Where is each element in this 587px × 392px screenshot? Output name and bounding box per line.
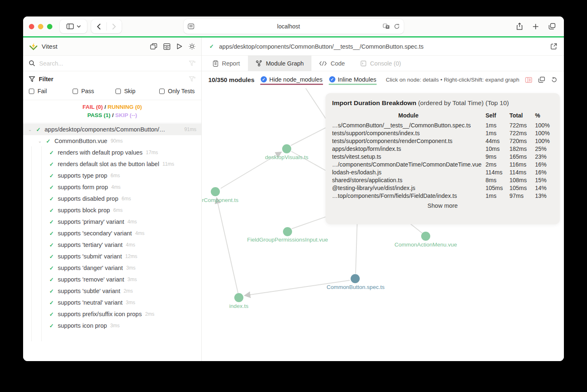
theme-toggle-icon[interactable] [189, 43, 196, 50]
graph-node-commonactionmenu[interactable] [421, 232, 430, 241]
skip-count: SKIP (--) [115, 112, 137, 118]
tree-item-test[interactable]: ✓supports 'primary' variant4ms [23, 216, 201, 228]
tree-item-test[interactable]: ✓supports 'submit' variant12ms [23, 251, 201, 262]
run-summary: FAIL (0) / RUNNING (0) PASS (1) / SKIP (… [23, 100, 201, 123]
test-explorer-sidebar: Vitest [23, 38, 202, 361]
edge [217, 198, 238, 293]
tree-item-test[interactable]: ✓supports 'secondary' variant4ms [23, 228, 201, 239]
checked-checkbox-icon: ✓ [329, 76, 335, 82]
tree-item-test[interactable]: ✓supports 'remove' variant3ms [23, 274, 201, 285]
chevron-down-icon[interactable]: ⌄ [38, 138, 42, 144]
column-total: Total [509, 111, 534, 121]
running-count: RUNNING (0) [108, 104, 142, 110]
tree-item-test[interactable]: ✓renders with default prop values17ms [23, 147, 201, 158]
forward-button[interactable] [107, 23, 122, 30]
checked-checkbox-icon: ✓ [261, 76, 267, 82]
pass-check-icon: ✓ [49, 173, 54, 179]
graph-node-commonbutton-spec[interactable] [351, 274, 360, 283]
module-graph-icon [256, 60, 262, 66]
translate-icon[interactable] [383, 23, 390, 29]
node-details-icon[interactable] [525, 77, 532, 83]
url-text[interactable]: localhost [194, 23, 383, 30]
column-pct: % [534, 111, 553, 121]
filter-skip-checkbox[interactable]: Skip [116, 88, 159, 94]
tree-item-test[interactable]: ✓supports disabled prop6ms [23, 193, 201, 204]
panel-title: Import Duration Breakdown (ordered by To… [332, 99, 553, 107]
pass-check-icon: ✓ [35, 127, 41, 133]
minimize-window-button[interactable] [38, 24, 43, 29]
graph-node-fieldgrouppermissionsinput[interactable] [283, 227, 292, 236]
address-bar[interactable]: localhost [184, 19, 404, 34]
tree-item-test[interactable]: ✓supports 'tertiary' variant4ms [23, 239, 201, 251]
vitest-logo-icon [29, 42, 38, 51]
filter-onlytests-checkbox[interactable]: Only Tests [159, 88, 195, 94]
table-row: lodash-es/lodash.js114ms114ms16% [332, 168, 553, 176]
tree-item-test[interactable]: ✓supports 'subtle' variant2ms [23, 285, 201, 297]
inline-modules-checkbox[interactable]: ✓ Inline Modules [329, 75, 377, 85]
tree-item-suite[interactable]: ⌄ ✓ CommonButton.vue 90ms [23, 135, 201, 147]
node-label: CommonButton.spec.ts [327, 284, 385, 290]
new-tab-icon[interactable] [533, 23, 539, 30]
module-graph-canvas[interactable]: desktopVisuals.ts erComponent.ts FieldGr… [202, 88, 564, 361]
fail-count: FAIL (0) [83, 104, 103, 110]
tree-item-test[interactable]: ✓supports 'neutral' variant3ms [23, 297, 201, 308]
tree-item-test[interactable]: ✓supports 'danger' variant3ms [23, 262, 201, 274]
tab-console[interactable]: Console (0) [353, 56, 409, 71]
tree-item-test[interactable]: ✓supports icon prop3ms [23, 320, 201, 331]
chevron-down-icon [77, 25, 81, 28]
browser-window: localhost [23, 16, 564, 361]
show-more-button[interactable]: Show more [332, 202, 553, 209]
tree-item-test[interactable]: ✓supports type prop6ms [23, 170, 201, 181]
tree-item-spec-file[interactable]: ⌄ ✓ apps/desktop/components/CommonButton… [23, 124, 201, 135]
funnel-icon [29, 76, 35, 82]
view-tabs: Report Module Graph Code [202, 56, 564, 71]
graph-node-rendercomponent[interactable] [211, 187, 220, 196]
sidebar-toggle-button[interactable] [60, 19, 87, 33]
back-button[interactable] [92, 23, 106, 30]
tab-overview-icon[interactable] [549, 23, 556, 30]
chevron-down-icon[interactable]: ⌄ [28, 127, 32, 132]
reload-icon[interactable] [394, 23, 400, 29]
pass-check-icon: ✓ [49, 254, 54, 260]
tab-report[interactable]: Report [205, 56, 248, 71]
graph-node-index[interactable] [234, 293, 243, 302]
reset-graph-icon[interactable] [551, 77, 557, 83]
search-input[interactable] [39, 60, 185, 67]
reset-filter-icon[interactable] [189, 76, 196, 82]
pass-check-icon: ✓ [49, 242, 54, 248]
reader-icon[interactable] [188, 23, 194, 29]
sidebar-header: Vitest [23, 38, 201, 56]
dashboard-icon[interactable] [163, 43, 170, 50]
graph-node-desktopvisuals[interactable] [282, 144, 291, 153]
pass-check-icon: ✓ [49, 265, 54, 271]
tree-item-test[interactable]: ✓supports block prop6ms [23, 204, 201, 216]
close-window-button[interactable] [29, 24, 34, 29]
node-label: erComponent.ts [202, 197, 238, 203]
filter-pass-checkbox[interactable]: Pass [73, 88, 116, 94]
column-self: Self [485, 111, 509, 121]
graph-hint-text: Click on node: details • Right-click/Shi… [386, 77, 519, 83]
tree-item-test[interactable]: ✓renders default slot as the button labe… [23, 158, 201, 170]
table-row: tests/support/components/renderComponent… [332, 137, 553, 145]
pass-check-icon: ✓ [49, 184, 54, 190]
copy-graph-icon[interactable] [538, 77, 545, 83]
open-external-icon[interactable] [551, 43, 557, 49]
table-row: tests/support/components/index.ts1ms722m… [332, 129, 553, 137]
tab-code[interactable]: Code [311, 56, 353, 71]
tree-item-test[interactable]: ✓supports prefix/suffix icon props2ms [23, 308, 201, 320]
pass-check-icon: ✓ [49, 161, 54, 167]
table-row: apps/desktop/form/index.ts10ms182ms25% [332, 145, 553, 153]
collapse-panels-icon[interactable] [150, 43, 157, 49]
filter-fail-checkbox[interactable]: Fail [29, 88, 73, 94]
clear-filter-icon[interactable] [189, 61, 196, 66]
node-label: desktopVisuals.ts [265, 154, 309, 160]
tab-module-graph[interactable]: Module Graph [248, 56, 312, 71]
pass-check-icon: ✓ [49, 196, 54, 202]
run-all-icon[interactable] [177, 43, 182, 49]
tree-item-test[interactable]: ✓supports form prop4ms [23, 181, 201, 193]
share-icon[interactable] [516, 23, 523, 30]
code-icon [319, 61, 327, 66]
hide-node-modules-checkbox[interactable]: ✓ Hide node_modules [260, 75, 323, 85]
zoom-window-button[interactable] [47, 24, 52, 29]
search-icon [29, 60, 35, 66]
